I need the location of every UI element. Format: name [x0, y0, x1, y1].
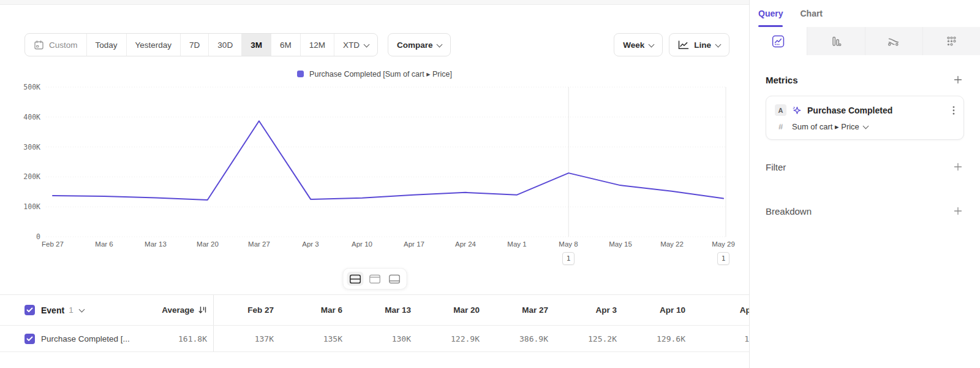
table-view-icon — [388, 274, 400, 284]
table-cell: 130K — [351, 334, 420, 343]
results-table: Event 1 Average Feb 27Mar 6Mar 13Mar 20M… — [0, 294, 749, 352]
chevron-down-icon — [364, 44, 369, 47]
range-label: 6M — [280, 40, 292, 50]
metric-options-kebab-icon[interactable] — [952, 105, 955, 115]
average-header-cell[interactable]: Average — [141, 305, 207, 315]
breakdown-heading: Breakdown — [766, 206, 812, 217]
row-checkbox[interactable] — [24, 334, 35, 344]
report-tab-retention[interactable] — [922, 27, 980, 55]
plus-icon — [953, 162, 963, 172]
column-header[interactable]: Apr 3 — [557, 305, 625, 315]
chart-view-icon — [369, 274, 380, 284]
event-count: 1 — [69, 305, 74, 315]
table-header-row: Event 1 Average Feb 27Mar 6Mar 13Mar 20M… — [0, 295, 749, 326]
split-view-button[interactable] — [347, 272, 363, 286]
chart-plot-area[interactable] — [0, 83, 749, 240]
chevron-down-icon — [649, 44, 654, 47]
add-filter-button[interactable] — [952, 161, 964, 173]
sidebar-tabs: QueryChart — [750, 0, 980, 27]
x-axis-tick: May 15 — [609, 240, 632, 248]
numeric-property-icon: # — [775, 122, 786, 131]
column-header[interactable]: Apr 10 — [625, 305, 694, 315]
annotation-badge[interactable]: 1 — [717, 252, 729, 265]
range-label: Today — [96, 40, 118, 50]
date-range-picker: CustomTodayYesterday7D30D3M6M12MXTD — [24, 33, 378, 56]
x-axis-tick: Apr 24 — [455, 240, 476, 248]
range-30d[interactable]: 30D — [208, 34, 241, 56]
table-cell: 125.2K — [557, 334, 625, 343]
table-cell: 122.9K — [420, 334, 488, 343]
granularity-button[interactable]: Week — [614, 33, 663, 56]
range-label: Yesterday — [135, 40, 172, 50]
range-12m[interactable]: 12M — [300, 34, 334, 56]
plus-icon — [953, 206, 963, 216]
add-metric-button[interactable] — [952, 74, 964, 86]
range-yesterday[interactable]: Yesterday — [126, 34, 181, 56]
column-header[interactable]: Mar 13 — [351, 305, 420, 315]
y-axis-tick: 0 — [0, 232, 40, 241]
select-all-checkbox[interactable] — [24, 305, 35, 315]
column-header[interactable]: Mar 27 — [488, 305, 557, 315]
tab-query[interactable]: Query — [758, 0, 783, 27]
add-breakdown-button[interactable] — [952, 205, 964, 217]
range-xtd[interactable]: XTD — [334, 34, 377, 56]
metric-event-name: Purchase Completed — [807, 105, 952, 115]
row-name-cell: Purchase Completed [... — [24, 334, 141, 344]
metrics-section-header: Metrics — [766, 74, 964, 86]
line-chart[interactable]: 0100K200K300K400K500K Feb 27Mar 6Mar 13M… — [0, 83, 749, 267]
table-cell: 386.9K — [488, 334, 557, 343]
range-label: 12M — [309, 40, 325, 50]
chevron-down-icon — [716, 44, 720, 47]
metric-card-row1: A Purchase Completed — [775, 104, 955, 116]
column-header[interactable]: Feb 27 — [214, 305, 282, 315]
range-label: 7D — [189, 40, 200, 50]
chevron-down-icon — [437, 44, 442, 47]
y-axis-tick: 100K — [0, 202, 40, 211]
tab-chart[interactable]: Chart — [800, 0, 823, 27]
x-axis-tick: May 1 — [507, 240, 526, 248]
column-header[interactable]: Apr — [694, 305, 749, 315]
y-axis-tick: 400K — [0, 113, 40, 121]
report-type-tabs — [750, 27, 980, 55]
chart-type-button[interactable]: Line — [669, 33, 729, 56]
range-label: Custom — [49, 40, 78, 50]
annotation-badge[interactable]: 1 — [562, 252, 575, 265]
line-chart-icon — [678, 40, 689, 50]
granularity-label: Week — [623, 40, 644, 50]
report-tab-insights[interactable] — [750, 27, 807, 55]
table-cell: 14 — [694, 334, 749, 343]
range-label: 3M — [251, 40, 262, 50]
chart-view-button[interactable] — [366, 272, 383, 286]
aggregation-label: Sum of cart ▸ Price — [792, 122, 859, 131]
column-header[interactable]: Mar 6 — [282, 305, 351, 315]
chart-legend: Purchase Completed [Sum of cart ▸ Price] — [0, 69, 749, 79]
filter-section-header: Filter — [766, 161, 964, 173]
table-cell: 135K — [282, 334, 351, 343]
compare-button[interactable]: Compare — [388, 33, 451, 56]
y-axis-tick: 300K — [0, 143, 40, 151]
y-axis-tick: 500K — [0, 83, 40, 91]
chevron-down-icon[interactable] — [80, 309, 84, 312]
range-today[interactable]: Today — [86, 34, 126, 56]
report-tab-flows[interactable] — [865, 27, 922, 55]
aggregation-selector[interactable]: Sum of cart ▸ Price — [792, 122, 868, 131]
report-tab-bar-chart[interactable] — [807, 27, 864, 55]
row-name: Purchase Completed [... — [41, 334, 130, 343]
sort-descending-icon[interactable] — [198, 305, 207, 315]
chart-toolbar: CustomTodayYesterday7D30D3M6M12MXTD Comp… — [24, 33, 729, 56]
table-view-button[interactable] — [386, 272, 402, 286]
metric-card[interactable]: A Purchase Completed # Sum of cart ▸ Pri… — [766, 96, 964, 140]
flows-icon — [887, 35, 900, 48]
insights-icon — [772, 35, 785, 48]
series-line[interactable] — [53, 121, 723, 200]
breakdown-section-header: Breakdown — [766, 205, 964, 217]
range-6m[interactable]: 6M — [271, 34, 300, 56]
toolbar-right-group: Week Line — [614, 33, 729, 56]
range-3m[interactable]: 3M — [241, 34, 271, 56]
calendar-icon — [34, 40, 44, 50]
layout-toggle — [342, 268, 407, 289]
range-7d[interactable]: 7D — [180, 34, 208, 56]
range-custom[interactable]: Custom — [25, 34, 86, 56]
filter-heading: Filter — [766, 162, 786, 172]
column-header[interactable]: Mar 20 — [420, 305, 488, 315]
